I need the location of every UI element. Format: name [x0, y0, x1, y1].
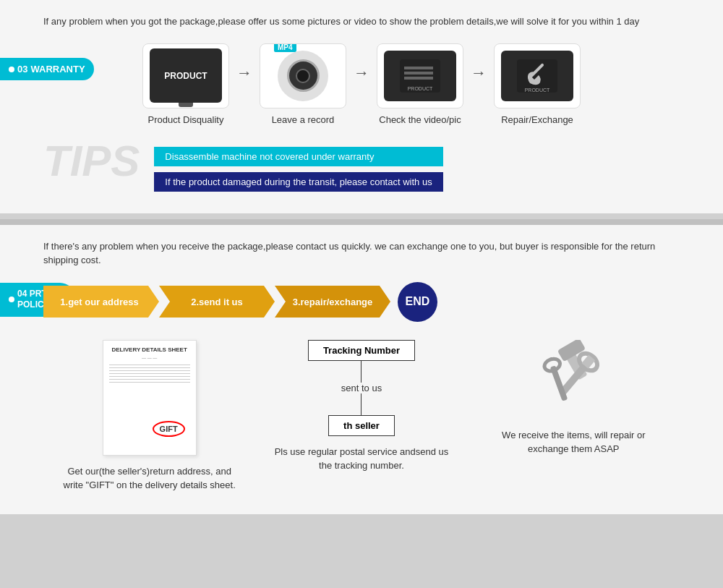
mp4-container: MP4: [267, 48, 339, 103]
svg-rect-2: [404, 72, 433, 74]
info-col-sheet: DELIVERY DETAILS SHEET — — — GIFT: [59, 340, 240, 493]
track-box-2: th seller: [328, 415, 395, 436]
track-line-1: [361, 361, 362, 383]
sheet-line-5: [109, 376, 190, 377]
sheet-lines: [109, 365, 190, 383]
step-label-mp4: Leave a record: [272, 114, 335, 125]
step-repair-img: PRODUCT: [494, 43, 581, 108]
info-col-tools: We receive the items, will repair or exc…: [483, 340, 664, 456]
process-label-2: 2.send it us: [191, 297, 243, 307]
camera-inner: [296, 69, 310, 83]
svg-point-14: [543, 357, 562, 373]
warranty-badge-num: 03: [17, 64, 27, 74]
tip-text-2: If the product damaged during the transi…: [165, 176, 432, 187]
badge-dot: [9, 67, 14, 72]
process-end: END: [398, 282, 437, 322]
step-video-img: PRODUCT: [377, 43, 463, 108]
sheet-title: DELIVERY DETAILS SHEET: [109, 346, 190, 353]
track-box-1: Tracking Number: [308, 340, 415, 361]
gift-label: GIFT: [160, 425, 178, 433]
video-icon-box: PRODUCT: [384, 51, 456, 101]
step-label-repair: Repair/Exchange: [501, 114, 573, 125]
warranty-badge-label: WARRANTY: [30, 64, 85, 74]
mp4-badge: MP4: [274, 43, 296, 53]
return-section: If there's any problem when you receive …: [0, 225, 723, 514]
repair-svg: PRODUCT: [515, 58, 559, 94]
sheet-subtitle: — — —: [109, 356, 190, 360]
step-label-video: Check the video/pic: [379, 114, 461, 125]
camera-body: [278, 51, 328, 101]
product-icon: PRODUCT: [150, 48, 222, 103]
tracking-diagram: Tracking Number sent to us th seller: [308, 340, 415, 436]
sent-to-us-text: sent to us: [341, 383, 382, 393]
seller-label: th seller: [343, 420, 380, 431]
info-row: DELIVERY DETAILS SHEET — — — GIFT: [43, 340, 680, 493]
step-mp4: MP4 Leave a record: [260, 43, 346, 125]
arrow-3: →: [471, 64, 487, 82]
process-end-label: END: [406, 295, 430, 308]
delivery-sheet: DELIVERY DETAILS SHEET — — — GIFT: [103, 340, 197, 456]
camera-lens: [287, 59, 320, 92]
tip-box-2: If the product damaged during the transi…: [154, 172, 442, 192]
tools-svg: [530, 340, 617, 419]
tips-content: Disassemble machine not covered under wa…: [154, 147, 442, 192]
process-row: 1.get our address 2.send it us 3.repair/…: [43, 282, 680, 322]
repair-icon-box: PRODUCT: [501, 51, 573, 101]
warranty-steps-row: PRODUCT Product Disquality → MP4: [43, 43, 680, 125]
main-container: If any problem when you got the package,…: [0, 0, 723, 514]
separator: [0, 219, 723, 225]
process-step-1: 1.get our address: [43, 286, 159, 318]
arrow-2: →: [354, 64, 369, 82]
process-label-3: 3.repair/exchange: [293, 297, 373, 307]
tips-title: TIPS: [43, 140, 140, 183]
process-label-1: 1.get our address: [60, 297, 138, 307]
step-mp4-img: MP4: [260, 43, 346, 108]
sheet-line-2: [109, 367, 190, 368]
info-col-tracking: Tracking Number sent to us th seller Pls…: [271, 340, 452, 473]
step-label-product: Product Disquality: [148, 114, 224, 125]
info-text-tools: We receive the items, will repair or exc…: [483, 428, 664, 456]
return-badge-dot: [9, 297, 14, 302]
sheet-line-3: [109, 370, 190, 371]
svg-rect-1: [404, 67, 433, 69]
return-badge-num: 04: [17, 289, 27, 299]
step-product: PRODUCT Product Disquality: [142, 43, 229, 125]
product-label: PRODUCT: [164, 71, 207, 81]
tracking-number-label: Tracking Number: [323, 345, 400, 356]
gift-oval: GIFT: [153, 421, 185, 437]
info-text-sheet: Get our(the seller's)return address, and…: [59, 464, 240, 493]
tip-box-1: Disassemble machine not covered under wa…: [154, 147, 442, 166]
video-svg: PRODUCT: [398, 58, 442, 94]
warranty-section: If any problem when you got the package,…: [0, 0, 723, 213]
step-video: PRODUCT Check the video/pic: [377, 43, 463, 125]
sheet-line-1: [109, 365, 190, 365]
process-step-2: 2.send it us: [159, 286, 275, 318]
tips-section: TIPS Disassemble machine not covered und…: [43, 140, 680, 192]
sheet-line-6: [109, 379, 190, 380]
track-line-2: [361, 393, 362, 415]
step-repair: PRODUCT Repair/Exchange: [494, 43, 581, 125]
return-intro: If there's any problem when you receive …: [43, 239, 680, 268]
svg-text:PRODUCT: PRODUCT: [525, 88, 550, 93]
info-text-tracking: Pls use regular postal service andsend u…: [271, 445, 452, 473]
sheet-line-4: [109, 373, 190, 374]
tip-text-1: Disassemble machine not covered under wa…: [165, 151, 374, 162]
svg-rect-3: [404, 77, 433, 80]
warranty-badge: 03 WARRANTY: [0, 58, 94, 80]
step-product-img: PRODUCT: [142, 43, 229, 108]
process-step-3: 3.repair/exchange: [275, 286, 390, 318]
arrow-1: →: [236, 64, 252, 82]
svg-text:PRODUCT: PRODUCT: [408, 86, 433, 91]
warranty-intro: If any problem when you got the package,…: [43, 14, 680, 29]
sheet-line-7: [109, 382, 190, 383]
